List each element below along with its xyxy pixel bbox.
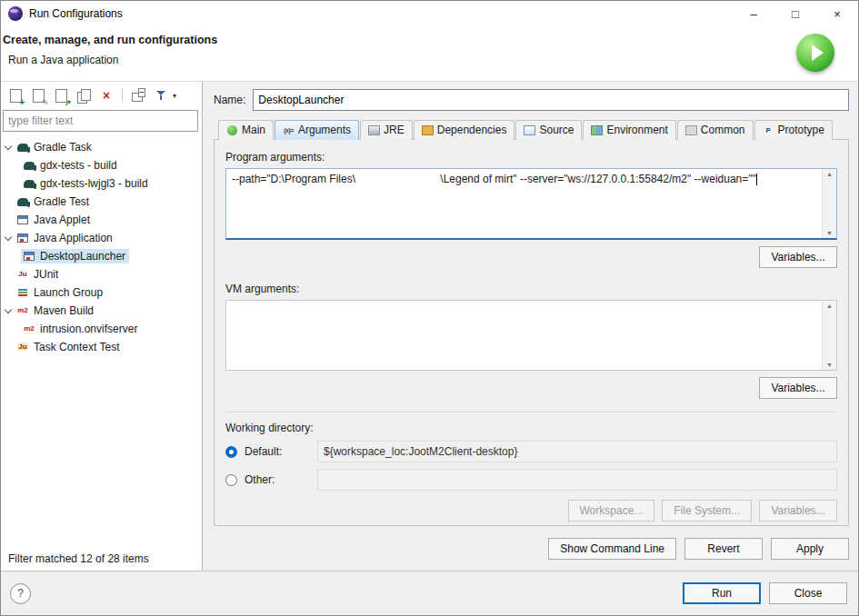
tab-common[interactable]: Common xyxy=(677,120,754,140)
tree-item-label: DesktopLauncher xyxy=(40,250,125,263)
vm-arguments-textarea[interactable]: ▲ ▼ xyxy=(225,300,837,371)
filter-status: Filter matched 12 of 28 items xyxy=(1,547,202,571)
other-radio-label: Other: xyxy=(245,473,310,486)
tab-source[interactable]: Source xyxy=(515,120,582,140)
program-arguments-textarea[interactable]: --path="D:\Program Files\ \Legend of mir… xyxy=(225,168,837,240)
tree-item-gdx-tests-lwjgl3-build[interactable]: gdx-tests-lwjgl3 - build xyxy=(1,174,202,193)
working-directory-group: Working directory: Default: ${workspace_… xyxy=(225,412,837,522)
new-prototype-icon[interactable] xyxy=(29,86,47,104)
expand-chevron-icon[interactable] xyxy=(1,141,15,154)
duplicate-configuration-icon[interactable] xyxy=(75,86,93,104)
common-tab-icon xyxy=(685,124,697,135)
name-label: Name: xyxy=(214,94,245,106)
gradle-icon xyxy=(15,195,30,208)
expand-chevron-icon[interactable] xyxy=(1,304,15,317)
expand-chevron-slot xyxy=(1,268,15,281)
scroll-up-icon[interactable]: ▲ xyxy=(826,301,833,311)
tree-item-label: Launch Group xyxy=(34,286,103,299)
scroll-down-icon[interactable]: ▼ xyxy=(826,228,833,238)
tab-jre[interactable]: JRE xyxy=(360,120,413,140)
tree-item-junit[interactable]: Ju JUnit xyxy=(1,265,202,283)
launch-configurations-panel: × ▾ Gradle Task xyxy=(1,82,203,571)
header-title: Create, manage, and run configurations xyxy=(1,26,858,46)
header-subtitle: Run a Java application xyxy=(1,46,858,66)
config-tabs: Main (x)= Arguments JRE Dependencies Sou… xyxy=(214,120,849,140)
export-configurations-icon[interactable] xyxy=(52,86,70,104)
file-system-button[interactable]: File System... xyxy=(662,500,752,522)
run-button[interactable]: Run xyxy=(683,582,761,604)
window-controls: – □ × xyxy=(733,1,858,26)
prototype-tab-icon: P xyxy=(763,124,774,135)
maximize-button[interactable]: □ xyxy=(774,1,816,26)
tab-main[interactable]: Main xyxy=(218,120,274,140)
new-configuration-icon[interactable] xyxy=(6,86,25,104)
task-context-test-icon: Ju xyxy=(15,341,30,353)
other-directory-field[interactable] xyxy=(317,469,837,491)
expand-chevron-slot xyxy=(1,341,15,353)
expand-chevron-slot xyxy=(1,286,15,299)
main-tab-icon xyxy=(226,124,238,135)
vm-arguments-scrollbar[interactable]: ▲ ▼ xyxy=(822,301,836,370)
close-window-button[interactable]: × xyxy=(816,1,858,26)
tab-label: Environment xyxy=(606,124,667,136)
expand-chevron-slot xyxy=(1,195,15,208)
maven-icon: m2 xyxy=(22,323,36,335)
help-button[interactable]: ? xyxy=(10,583,31,604)
tab-label: Prototype xyxy=(778,124,824,136)
java-application-icon xyxy=(22,250,36,263)
eclipse-app-icon xyxy=(8,6,23,21)
junit-icon: Ju xyxy=(15,268,30,281)
tab-environment[interactable]: Environment xyxy=(583,120,675,140)
tree-item-gradle-test[interactable]: Gradle Test xyxy=(1,193,202,211)
show-command-line-button[interactable]: Show Command Line xyxy=(548,538,676,560)
tree-item-label: Task Context Test xyxy=(34,341,120,353)
close-button[interactable]: Close xyxy=(769,582,847,604)
tree-item-java-application[interactable]: Java Application xyxy=(1,229,202,247)
apply-button[interactable]: Apply xyxy=(771,538,849,560)
program-arguments-variables-button[interactable]: Variables... xyxy=(759,246,837,268)
gradle-icon xyxy=(15,141,30,154)
tree-item-gdx-tests-build[interactable]: gdx-tests - build xyxy=(1,156,202,174)
filter-icon[interactable] xyxy=(152,86,170,104)
tab-label: Main xyxy=(242,124,265,136)
tree-item-desktoplauncher[interactable]: DesktopLauncher xyxy=(1,247,202,265)
workspace-button[interactable]: Workspace... xyxy=(568,500,655,522)
program-arguments-label: Program arguments: xyxy=(225,151,837,164)
dependencies-tab-icon xyxy=(422,124,434,135)
text-cursor xyxy=(756,174,757,185)
tree-item-label: Java Applet xyxy=(34,214,90,226)
default-directory-field: ${workspace_loc:JootM2Client-desktop} xyxy=(317,441,837,462)
delete-configuration-icon[interactable]: × xyxy=(97,86,115,104)
name-input[interactable] xyxy=(253,89,849,111)
filter-menu-arrow-icon[interactable]: ▾ xyxy=(173,92,176,100)
tab-prototype[interactable]: P Prototype xyxy=(754,120,833,140)
tree-item-intrusion-onvifserver[interactable]: m2 intrusion.onvifserver xyxy=(1,320,202,338)
tree-item-label: gdx-tests-lwjgl3 - build xyxy=(40,177,148,190)
run-configuration-type-icon xyxy=(796,34,834,72)
tree-item-gradle-task[interactable]: Gradle Task xyxy=(1,138,202,156)
revert-button[interactable]: Revert xyxy=(684,538,763,560)
program-arguments-text: --path="D:\Program Files\ \Legend of mir… xyxy=(232,173,756,185)
tree-item-launch-group[interactable]: Launch Group xyxy=(1,283,202,302)
expand-chevron-icon[interactable] xyxy=(1,232,15,244)
other-radio[interactable] xyxy=(225,474,237,486)
minimize-button[interactable]: – xyxy=(733,1,774,26)
vm-arguments-variables-button[interactable]: Variables... xyxy=(759,377,837,399)
tree-item-maven-build[interactable]: m2 Maven Build xyxy=(1,302,202,320)
tab-arguments[interactable]: (x)= Arguments xyxy=(275,120,359,140)
tree-item-label: Java Application xyxy=(34,232,113,244)
program-arguments-scrollbar[interactable]: ▲ ▼ xyxy=(822,169,836,238)
tree-item-java-applet[interactable]: Java Applet xyxy=(1,211,202,229)
collapse-all-icon[interactable] xyxy=(129,86,147,104)
default-radio[interactable] xyxy=(225,446,237,458)
scroll-up-icon[interactable]: ▲ xyxy=(826,169,833,179)
tab-label: Common xyxy=(701,124,745,136)
tree-item-task-context-test[interactable]: Ju Task Context Test xyxy=(1,338,202,356)
filter-input[interactable] xyxy=(3,110,198,132)
expand-chevron-slot xyxy=(1,214,15,226)
scroll-down-icon[interactable]: ▼ xyxy=(826,360,833,370)
tab-dependencies[interactable]: Dependencies xyxy=(414,120,515,140)
gradle-icon xyxy=(22,159,36,172)
jre-tab-icon xyxy=(368,124,380,135)
working-directory-variables-button[interactable]: Variables... xyxy=(759,500,837,522)
